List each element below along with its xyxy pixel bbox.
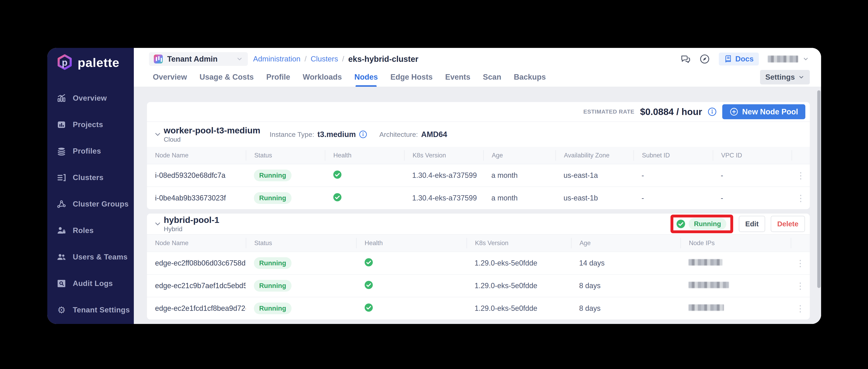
worker-pool-header: worker-pool-t3-medium Cloud Instance Typ…: [147, 121, 810, 147]
top-bar: Tenant Admin Administration / Clusters /…: [134, 48, 821, 67]
info-icon[interactable]: [708, 107, 717, 116]
sidebar-item-clusters[interactable]: Clusters: [47, 172, 134, 184]
docs-button[interactable]: Docs: [719, 53, 759, 65]
table-row[interactable]: i-0be4ab9b33673023f Running 1.30.4-eks-a…: [147, 186, 810, 209]
estimated-rate-value: $0.0884 / hour: [640, 106, 702, 117]
cell-availability-zone: us-east-1a: [556, 171, 633, 180]
hybrid-pool-header: hybrid-pool-1 Hybrid Running Edit Delete: [147, 214, 810, 235]
sidebar-item-label: Cluster Groups: [73, 200, 129, 208]
edit-pool-button[interactable]: Edit: [739, 216, 765, 232]
cell-node-name: i-08ed59320e68dfc7a: [147, 171, 246, 180]
sidebar-item-users-teams[interactable]: Users & Teams: [47, 251, 134, 263]
row-actions-kebab-icon[interactable]: ⋮: [791, 258, 810, 268]
tenant-scope-label: Tenant Admin: [167, 55, 217, 63]
breadcrumb: Administration / Clusters / eks-hybrid-c…: [253, 55, 418, 64]
col-age: Age: [483, 150, 556, 161]
info-icon[interactable]: [359, 130, 367, 139]
pool-type: Hybrid: [164, 225, 219, 233]
cluster-tabs-bar: Overview Usage & Costs Profile Workloads…: [134, 67, 821, 87]
overview-chart-icon: [56, 93, 67, 103]
sidebar: p palette Overview: [47, 48, 134, 324]
cell-k8s-version: 1.29.0-eks-5e0fdde: [467, 304, 571, 313]
svg-text:p: p: [62, 57, 67, 68]
col-vpc-id: VPC ID: [713, 150, 792, 161]
hybrid-pool-actions: Running Edit Delete: [671, 215, 810, 233]
new-node-pool-button[interactable]: New Node Pool: [722, 104, 805, 119]
sidebar-nav: Overview Projects Profil: [47, 92, 134, 324]
cell-node-name: i-0be4ab9b33673023f: [147, 194, 246, 202]
user-menu[interactable]: [768, 56, 809, 62]
sidebar-item-audit-logs[interactable]: Audit Logs: [47, 277, 134, 290]
cell-availability-zone: us-east-1b: [556, 194, 633, 202]
row-actions-kebab-icon[interactable]: ⋮: [792, 171, 810, 181]
breadcrumb-current-cluster: eks-hybrid-cluster: [348, 55, 418, 64]
explore-compass-icon[interactable]: [700, 54, 710, 64]
cell-node-ips-redacted: [680, 259, 791, 267]
feedback-chat-icon[interactable]: [680, 54, 690, 64]
palette-hexagon-logo-icon: p: [56, 54, 73, 71]
sidebar-item-cluster-groups[interactable]: Cluster Groups: [47, 198, 134, 210]
main-area: Tenant Admin Administration / Clusters /…: [134, 48, 821, 324]
cell-subnet-id: -: [633, 171, 713, 180]
tenant-scope-selector[interactable]: Tenant Admin: [149, 52, 248, 66]
tab-edge-hosts[interactable]: Edge Hosts: [390, 67, 433, 87]
new-node-pool-label: New Node Pool: [742, 107, 798, 116]
projects-icon: [56, 119, 67, 130]
cell-k8s-version: 1.30.4-eks-a737599: [404, 194, 483, 202]
table-row[interactable]: edge-ec21c9b7aef1dc5ebd5c… Running 1.29.…: [147, 274, 810, 297]
breadcrumb-clusters-link[interactable]: Clusters: [311, 55, 338, 63]
topbar-actions: Docs: [680, 53, 809, 65]
sidebar-item-label: Overview: [73, 94, 107, 102]
table-row[interactable]: edge-ec2e1fcd1cf8bea9d72ca… Running 1.29…: [147, 297, 810, 319]
row-actions-kebab-icon[interactable]: ⋮: [791, 303, 810, 314]
tab-events[interactable]: Events: [445, 67, 470, 87]
profiles-layers-icon: [56, 146, 67, 156]
palette-logo: p palette: [47, 54, 134, 71]
sidebar-item-projects[interactable]: Projects: [47, 118, 134, 131]
table-row[interactable]: edge-ec2ff08b06d03c6758d3… Running 1.29.…: [147, 252, 810, 274]
cell-node-name: edge-ec2e1fcd1cf8bea9d72ca…: [147, 304, 246, 313]
pool-name: hybrid-pool-1: [164, 215, 219, 225]
health-ok-icon: [325, 170, 404, 181]
vertical-scrollbar[interactable]: [817, 90, 820, 288]
cluster-tabs: Overview Usage & Costs Profile Workloads…: [153, 67, 546, 87]
col-availability-zone: Availability Zone: [556, 150, 633, 161]
user-name-redacted: [768, 56, 798, 62]
cell-age: a month: [483, 194, 556, 202]
tab-usage-costs[interactable]: Usage & Costs: [199, 67, 254, 87]
settings-label: Settings: [765, 73, 795, 82]
cell-age: 8 days: [571, 281, 680, 290]
clusters-list-icon: [56, 173, 67, 183]
sidebar-item-roles[interactable]: Roles: [47, 224, 134, 237]
cell-age: 8 days: [571, 304, 680, 313]
col-k8s-version: K8s Version: [467, 238, 571, 248]
sidebar-item-overview[interactable]: Overview: [47, 92, 134, 104]
tab-workloads[interactable]: Workloads: [303, 67, 342, 87]
sidebar-item-label: Roles: [73, 226, 94, 235]
sidebar-item-tenant-settings[interactable]: ⚙ Tenant Settings: [47, 304, 134, 316]
cell-node-ips-redacted: [680, 304, 791, 313]
tab-profile[interactable]: Profile: [266, 67, 290, 87]
check-circle-icon: [676, 219, 685, 228]
instance-type-label: Instance Type:: [270, 130, 314, 139]
tab-scan[interactable]: Scan: [483, 67, 501, 87]
sidebar-item-profiles[interactable]: Profiles: [47, 145, 134, 157]
delete-pool-button[interactable]: Delete: [771, 216, 805, 232]
plus-circle-icon: [730, 107, 738, 116]
breadcrumb-administration-link[interactable]: Administration: [253, 55, 300, 63]
settings-button[interactable]: Settings: [760, 70, 810, 85]
tab-overview[interactable]: Overview: [153, 67, 187, 87]
col-node-name: Node Name: [147, 238, 246, 248]
tab-backups[interactable]: Backups: [514, 67, 546, 87]
pool-title-block: worker-pool-t3-medium Cloud: [164, 125, 260, 143]
table-row[interactable]: i-08ed59320e68dfc7a Running 1.30.4-eks-a…: [147, 164, 810, 186]
row-actions-kebab-icon[interactable]: ⋮: [792, 193, 810, 203]
row-actions-kebab-icon[interactable]: ⋮: [791, 281, 810, 291]
col-node-name: Node Name: [147, 150, 246, 161]
collapse-chevron-icon[interactable]: [154, 220, 162, 228]
cell-subnet-id: -: [633, 194, 713, 202]
tab-nodes[interactable]: Nodes: [354, 67, 378, 87]
collapse-chevron-icon[interactable]: [154, 130, 162, 139]
breadcrumb-separator: /: [342, 55, 344, 63]
col-subnet-id: Subnet ID: [633, 150, 713, 161]
